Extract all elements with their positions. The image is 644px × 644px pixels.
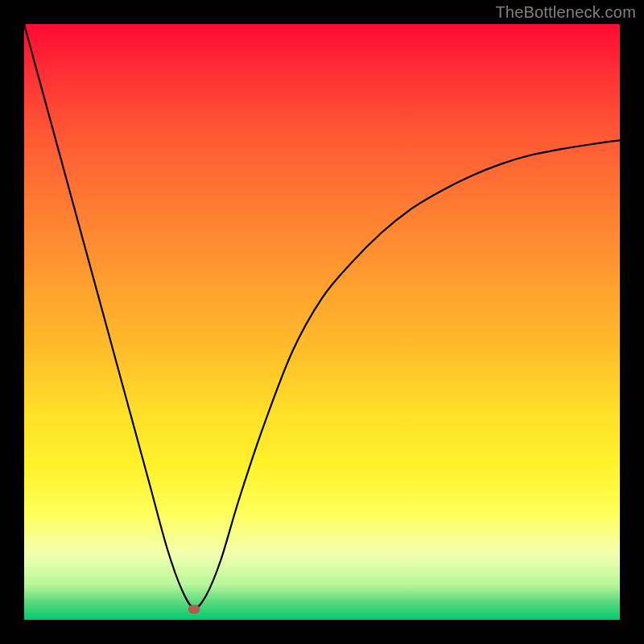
plot-area <box>24 24 620 620</box>
bottleneck-curve-path <box>24 24 620 608</box>
curve-svg <box>24 24 620 620</box>
chart-stage: TheBottleneck.com <box>0 0 644 644</box>
minimum-marker <box>188 605 200 614</box>
watermark-text: TheBottleneck.com <box>495 3 636 22</box>
